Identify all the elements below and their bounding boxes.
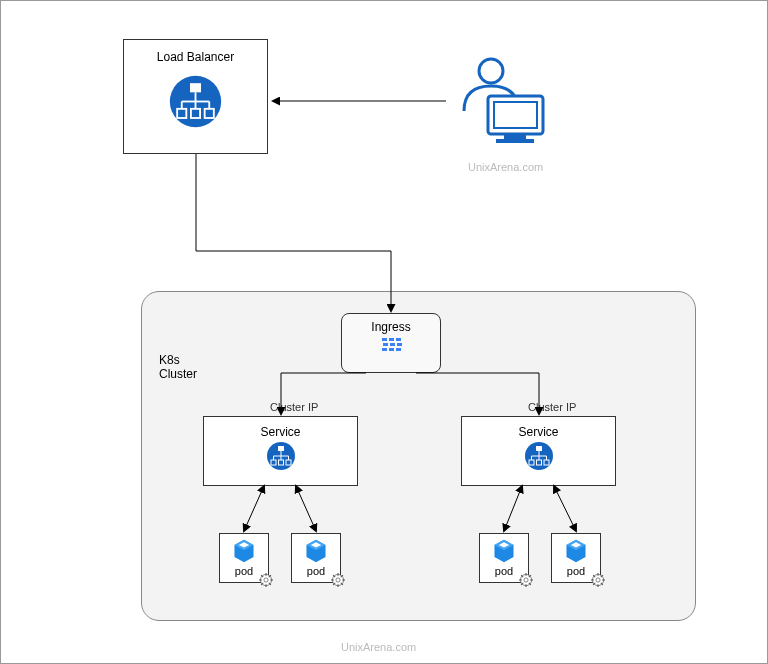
pod-box-3: pod (479, 533, 529, 583)
service-box-1: Service (203, 416, 358, 486)
ingress-box: Ingress (341, 313, 441, 373)
ingress-label: Ingress (371, 320, 410, 334)
k8s-cluster-label: K8s Cluster (159, 353, 197, 381)
pod-label-1: pod (235, 565, 253, 577)
pod-box-1: pod (219, 533, 269, 583)
svg-rect-2 (494, 102, 537, 128)
service-label-1: Service (260, 425, 300, 439)
pod-icon (303, 538, 329, 564)
gear-icon (259, 573, 273, 587)
svg-rect-26 (536, 446, 542, 451)
svg-rect-16 (278, 446, 284, 451)
cluster-ip-label-2: Cluster IP (528, 401, 576, 413)
pod-icon (563, 538, 589, 564)
svg-rect-6 (190, 83, 201, 92)
cluster-ip-label-1: Cluster IP (270, 401, 318, 413)
service-label-2: Service (518, 425, 558, 439)
pod-label-2: pod (307, 565, 325, 577)
svg-rect-3 (504, 134, 526, 139)
user-icon (446, 56, 556, 156)
gear-icon (591, 573, 605, 587)
pod-label-3: pod (495, 565, 513, 577)
service-icon (266, 441, 296, 471)
load-balancer-box: Load Balancer (123, 39, 268, 154)
svg-point-0 (479, 59, 503, 83)
watermark-1: UnixArena.com (468, 161, 543, 173)
pod-label-4: pod (567, 565, 585, 577)
load-balancer-icon (168, 74, 223, 129)
firewall-icon (379, 338, 403, 356)
watermark-2: UnixArena.com (341, 641, 416, 653)
service-box-2: Service (461, 416, 616, 486)
pod-icon (231, 538, 257, 564)
svg-rect-4 (496, 139, 534, 143)
gear-icon (519, 573, 533, 587)
pod-box-4: pod (551, 533, 601, 583)
pod-icon (491, 538, 517, 564)
gear-icon (331, 573, 345, 587)
load-balancer-label: Load Balancer (157, 50, 234, 64)
service-icon (524, 441, 554, 471)
pod-box-2: pod (291, 533, 341, 583)
diagram-canvas: Load Balancer K8s Cluster Ingress Cluste… (0, 0, 768, 664)
